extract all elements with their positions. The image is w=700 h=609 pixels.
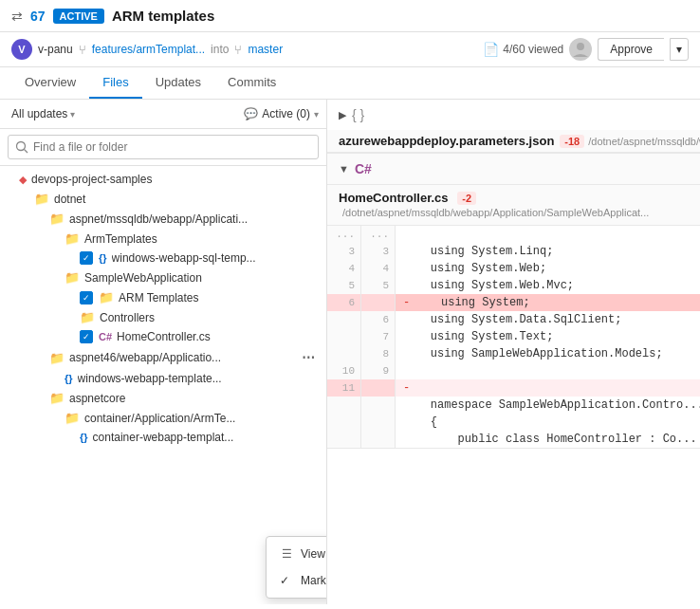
list-item[interactable]: 📁 aspnet46/webapp/Applicatio... ⋯: [0, 346, 326, 369]
code-row: 7 using System.Text;: [327, 328, 700, 345]
line-num-new: [361, 294, 396, 311]
tree-item-label: windows-webapp-sql-temp...: [112, 251, 319, 265]
file-tree: ◆ devops-project-samples 📁 dotnet 📁 aspn…: [0, 166, 326, 604]
branch-icon: ⑂: [79, 43, 86, 57]
list-item[interactable]: {} container-webapp-templat...: [0, 428, 326, 447]
checkbox[interactable]: ✓: [80, 330, 93, 343]
checkbox[interactable]: ✓: [80, 291, 93, 304]
folder-icon: 📁: [80, 310, 95, 324]
code-row: 6 - using System;: [327, 294, 700, 311]
code-content: public class HomeController : Co...: [396, 431, 700, 448]
code-content: using System.Linq;: [396, 243, 700, 260]
subheader: V v-panu ⑂ features/armTemplat... into ⑂…: [0, 32, 700, 67]
context-menu: ☰ View in file explorer ✓ Mark as review…: [266, 536, 326, 599]
file-explorer-icon: ☰: [280, 547, 293, 561]
code-row: namespace SampleWebApplication.Contro...: [327, 397, 700, 414]
viewed-count: 📄 4/60 viewed: [483, 42, 563, 57]
tree-item-label: HomeController.cs: [117, 330, 319, 343]
avatar: V: [11, 39, 32, 60]
search-bar: [0, 129, 326, 166]
line-num-old: 5: [327, 277, 361, 294]
code-content: using System.Data.SqlClient;: [396, 311, 700, 328]
json-file-header[interactable]: ▶ { }: [327, 100, 700, 130]
ctx-view-explorer[interactable]: ☰ View in file explorer: [267, 541, 326, 567]
list-item[interactable]: ✓ 📁 ARM Templates: [0, 287, 326, 307]
code-row: 3 3 using System.Linq;: [327, 243, 700, 260]
tab-commits[interactable]: Commits: [214, 67, 289, 99]
right-panel: ▶ { } azurewebappdeploy.parameters.json …: [327, 100, 700, 604]
line-num-old: [327, 397, 361, 414]
collapse-toggle-icon: ▼: [339, 163, 349, 175]
approve-button[interactable]: Approve: [598, 38, 664, 61]
tab-files[interactable]: Files: [89, 67, 141, 99]
code-content: -: [396, 379, 700, 397]
author-name[interactable]: v-panu: [38, 43, 73, 56]
list-item[interactable]: 📁 ArmTemplates: [0, 229, 326, 249]
nav-tabs: Overview Files Updates Commits: [0, 67, 700, 100]
search-input[interactable]: [8, 135, 319, 159]
branch-to[interactable]: master: [248, 43, 283, 56]
line-num-old: [327, 328, 361, 345]
line-num-new: [361, 414, 396, 431]
kebab-menu-button[interactable]: ⋯: [298, 349, 319, 366]
list-item[interactable]: 📁 Controllers: [0, 307, 326, 327]
line-num-old: [327, 414, 361, 431]
list-item[interactable]: ◆ devops-project-samples: [0, 170, 326, 189]
pr-title: ARM templates: [112, 8, 214, 24]
ctx-reviewed-label: Mark as reviewed: [301, 574, 326, 587]
folder-icon: 📁: [99, 290, 114, 304]
line-num-new: 9: [361, 362, 396, 379]
json-file-icon: {}: [99, 252, 107, 264]
code-row: 4 4 using System.Web;: [327, 260, 700, 277]
list-item[interactable]: 📁 SampleWebApplication: [0, 268, 326, 287]
checkbox[interactable]: ✓: [80, 251, 93, 265]
code-row: 5 5 using System.Web.Mvc;: [327, 277, 700, 294]
line-num-new: 3: [361, 243, 396, 260]
tree-item-label: devops-project-samples: [31, 173, 319, 186]
viewed-text: 4/60 viewed: [503, 43, 563, 56]
folder-icon: 📁: [64, 270, 80, 285]
line-num-old: 11: [327, 379, 361, 397]
code-row: ... ...: [327, 226, 700, 243]
line-num-old: 6: [327, 294, 361, 311]
json-file-icon: {}: [64, 373, 73, 384]
tree-item-label: container-webapp-templat...: [93, 431, 319, 444]
filter-bar: All updates ▾ 💬 Active (0) ▾: [0, 100, 326, 129]
folder-icon: 📁: [64, 411, 80, 425]
json-file-info: azurewebappdeploy.parameters.json -18 /d…: [327, 130, 700, 153]
folder-icon: 📁: [64, 231, 80, 246]
tree-item-label: dotnet: [54, 193, 319, 206]
list-item[interactable]: 📁 aspnetcore: [0, 388, 326, 408]
active-filter[interactable]: 💬 Active (0) ▾: [244, 107, 319, 120]
branch-from[interactable]: features/armTemplat...: [92, 43, 205, 56]
cs-file-path: /dotnet/aspnet/mssqldb/webapp/Applicatio…: [342, 207, 649, 218]
cs-diff-badge: -2: [457, 192, 476, 205]
tab-updates[interactable]: Updates: [142, 67, 214, 99]
code-row: public class HomeController : Co...: [327, 431, 700, 448]
code-content: {: [396, 414, 700, 431]
ctx-mark-reviewed[interactable]: ✓ Mark as reviewed: [267, 567, 326, 594]
tree-item-label: container/Application/ArmTe...: [84, 412, 319, 425]
approve-dropdown-button[interactable]: ▾: [670, 38, 689, 61]
code-row: 6 using System.Data.SqlClient;: [327, 311, 700, 328]
list-item[interactable]: 📁 dotnet: [0, 189, 326, 209]
into-text: into: [211, 43, 229, 56]
active-filter-label: Active (0): [262, 107, 310, 120]
list-item[interactable]: 📁 aspnet/mssqldb/webapp/Applicati...: [0, 209, 326, 229]
pr-number: 67: [30, 9, 46, 24]
folder-icon: 📁: [49, 351, 64, 365]
checkmark-icon: ✓: [280, 574, 293, 587]
list-item[interactable]: ✓ C# HomeController.cs: [0, 327, 326, 346]
all-updates-filter[interactable]: All updates ▾: [8, 105, 79, 122]
tree-item-label: aspnetcore: [69, 392, 319, 405]
line-num-new: [361, 397, 396, 414]
cs-file-header[interactable]: ▼ C#: [327, 154, 700, 185]
tab-overview[interactable]: Overview: [11, 67, 89, 99]
left-panel: All updates ▾ 💬 Active (0) ▾ ◆ devops-pr…: [0, 100, 327, 604]
list-item[interactable]: 📁 container/Application/ArmTe...: [0, 408, 326, 428]
line-num-new: 8: [361, 345, 396, 362]
list-item[interactable]: ✓ {} windows-webapp-sql-temp...: [0, 249, 326, 268]
line-num-old: [327, 345, 361, 362]
list-item[interactable]: {} windows-webapp-template...: [0, 369, 326, 388]
code-content: namespace SampleWebApplication.Contro...: [396, 397, 700, 414]
